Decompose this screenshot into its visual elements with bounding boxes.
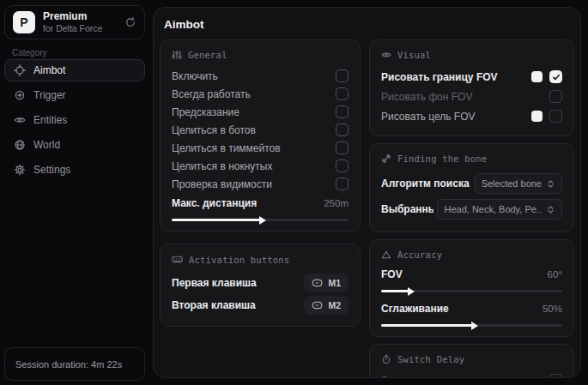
second-key-button[interactable]: M2 bbox=[304, 296, 349, 315]
switch-delay-toggle-row: Задержка переключения bbox=[381, 371, 562, 378]
fov-slider-row: FOV 60° bbox=[381, 267, 562, 292]
sidebar-item-label: Entities bbox=[33, 114, 67, 126]
toggle-label: Целиться в нокнутых bbox=[172, 160, 272, 172]
toggle-row: Проверка видимости bbox=[172, 175, 349, 193]
sidebar-item-label: Aimbot bbox=[33, 64, 65, 76]
eye-icon bbox=[381, 50, 391, 60]
toggle-row: Целиться в тиммейтов bbox=[172, 139, 349, 157]
selected-bones-select[interactable]: Head, Neck, Body, Pe.. bbox=[437, 199, 562, 220]
fov-slider[interactable] bbox=[381, 290, 562, 292]
toggle-row: Целиться в ботов bbox=[172, 121, 349, 139]
target-teammates-checkbox[interactable] bbox=[336, 141, 349, 154]
keybind-row: Первая клавиша M1 bbox=[172, 272, 349, 294]
chevron-updown-icon bbox=[546, 179, 555, 189]
globe-icon bbox=[14, 139, 26, 151]
gear-icon bbox=[14, 164, 26, 176]
brand-logo: P bbox=[13, 11, 35, 33]
brand-card: P Premium for Delta Force bbox=[4, 5, 145, 39]
fov-border-color-swatch[interactable] bbox=[531, 71, 543, 82]
first-key-value: M1 bbox=[328, 278, 341, 288]
page-title: Aimbot bbox=[164, 18, 574, 31]
toggle-label: Проверка видимости bbox=[172, 178, 272, 190]
panel-visual: Visual Рисовать границу FOV Рисовать фон… bbox=[369, 39, 574, 136]
panel-general: General Включить Всегда работать Предска… bbox=[160, 39, 361, 232]
toggle-label: Целиться в тиммейтов bbox=[172, 142, 281, 154]
smoothing-value: 50% bbox=[543, 304, 562, 314]
sidebar-item-label: World bbox=[33, 139, 60, 151]
sidebar-nav: Aimbot Trigger Entities bbox=[4, 59, 145, 181]
sidebar-item-world[interactable]: World bbox=[4, 134, 145, 156]
bone-algorithm-label: Алгоритм поиска кост bbox=[381, 177, 471, 189]
toggle-label: Включить bbox=[172, 70, 218, 82]
fov-border-checkbox[interactable] bbox=[549, 70, 562, 83]
triangle-icon bbox=[381, 250, 391, 260]
session-duration-text: Session duration: 4m 22s bbox=[15, 359, 122, 370]
enable-checkbox[interactable] bbox=[336, 69, 349, 82]
prediction-checkbox[interactable] bbox=[336, 105, 349, 118]
max-distance-row: Макс. дистанция 250m bbox=[172, 196, 349, 221]
selected-bones-label: Выбранные кос bbox=[381, 203, 433, 215]
panel-title: Visual bbox=[397, 50, 431, 60]
sidebar-item-entities[interactable]: Entities bbox=[4, 109, 145, 131]
mouse-icon bbox=[312, 279, 323, 287]
fov-value: 60° bbox=[548, 269, 562, 280]
fov-label: FOV bbox=[381, 268, 403, 280]
toggle-label: Целиться в ботов bbox=[172, 124, 256, 136]
sidebar: P Premium for Delta Force Category Aimbo… bbox=[0, 0, 153, 385]
chevron-updown-icon bbox=[546, 205, 555, 214]
max-distance-value: 250m bbox=[324, 198, 349, 208]
bone-algorithm-row: Алгоритм поиска кост Selected bone bbox=[381, 171, 562, 196]
trigger-icon bbox=[14, 89, 26, 101]
brand-title: Premium bbox=[43, 10, 102, 23]
fov-target-checkbox[interactable] bbox=[549, 110, 562, 123]
panel-finding-bone: Finding the bone Алгоритм поиска кост Se… bbox=[369, 143, 574, 232]
crosshair-icon bbox=[14, 64, 26, 76]
session-duration: Session duration: 4m 22s bbox=[4, 347, 145, 381]
fov-background-label: Рисовать фон FOV bbox=[381, 91, 472, 103]
smoothing-slider-row: Сглаживание 50% bbox=[381, 301, 562, 327]
sidebar-item-label: Trigger bbox=[33, 89, 66, 101]
switch-delay-checkbox[interactable] bbox=[549, 374, 562, 378]
always-work-checkbox[interactable] bbox=[336, 87, 349, 100]
visual-row: Рисовать границу FOV bbox=[381, 67, 562, 87]
toggle-row: Целиться в нокнутых bbox=[172, 157, 349, 175]
panel-accuracy: Accuracy FOV 60° Сглаживание 50% bbox=[369, 239, 574, 337]
max-distance-slider[interactable] bbox=[172, 219, 349, 221]
bone-algorithm-select[interactable]: Selected bone bbox=[475, 173, 562, 194]
fov-background-color-swatch[interactable] bbox=[531, 91, 543, 102]
keyboard-icon bbox=[172, 254, 183, 265]
toggle-row: Предсказание bbox=[172, 103, 349, 121]
sidebar-item-aimbot[interactable]: Aimbot bbox=[4, 59, 145, 81]
toggle-row: Всегда работать bbox=[172, 85, 349, 103]
sliders-icon bbox=[172, 50, 182, 60]
bone-icon bbox=[381, 153, 391, 164]
target-bots-checkbox[interactable] bbox=[336, 123, 349, 136]
category-label: Category bbox=[12, 48, 47, 57]
fov-target-label: Рисовать цель FOV bbox=[381, 111, 476, 123]
first-key-label: Первая клавиша bbox=[172, 277, 257, 289]
refresh-icon[interactable] bbox=[124, 16, 136, 28]
stopwatch-icon bbox=[381, 354, 391, 364]
smoothing-label: Сглаживание bbox=[381, 303, 449, 315]
toggle-row: Включить bbox=[172, 67, 349, 85]
switch-delay-toggle-label: Задержка переключения bbox=[381, 375, 500, 379]
sidebar-item-trigger[interactable]: Trigger bbox=[4, 84, 145, 106]
visibility-check-checkbox[interactable] bbox=[336, 177, 349, 190]
sidebar-item-settings[interactable]: Settings bbox=[4, 159, 145, 181]
sidebar-item-label: Settings bbox=[33, 164, 70, 176]
toggle-label: Предсказание bbox=[172, 106, 239, 118]
fov-border-label: Рисовать границу FOV bbox=[381, 71, 498, 83]
fov-background-checkbox[interactable] bbox=[549, 90, 562, 103]
second-key-value: M2 bbox=[328, 300, 341, 310]
smoothing-slider[interactable] bbox=[381, 324, 562, 327]
main-panel: Aimbot General Включить Всегда работать … bbox=[153, 7, 581, 378]
toggle-label: Всегда работать bbox=[172, 88, 251, 100]
fov-target-color-swatch[interactable] bbox=[531, 111, 543, 122]
panel-title: Activation buttons bbox=[189, 255, 289, 265]
keybind-row: Вторая клавиша M2 bbox=[172, 294, 349, 316]
target-knocked-checkbox[interactable] bbox=[336, 159, 349, 172]
visual-row: Рисовать фон FOV bbox=[381, 87, 562, 106]
bone-algorithm-value: Selected bone bbox=[482, 178, 542, 189]
first-key-button[interactable]: M1 bbox=[304, 274, 349, 292]
visual-row: Рисовать цель FOV bbox=[381, 106, 562, 126]
